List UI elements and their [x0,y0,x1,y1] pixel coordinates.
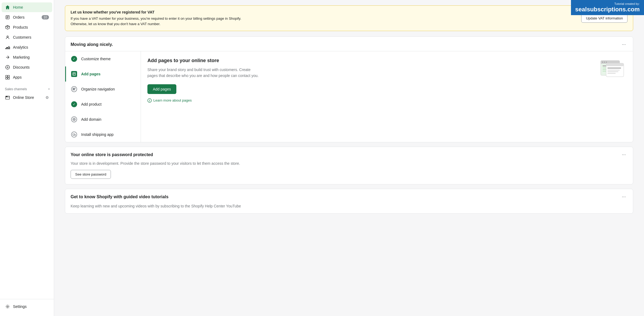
svg-rect-10 [6,78,7,79]
customers-icon [5,35,10,40]
sidebar-item-products[interactable]: Products [2,22,52,32]
svg-rect-5 [9,47,10,49]
svg-rect-2 [6,48,6,49]
discounts-icon [5,65,10,70]
vat-banner-title: Let us know whether you've registered fo… [71,10,255,14]
moving-along-more-icon[interactable]: ··· [620,41,628,48]
password-more-icon[interactable]: ··· [620,151,628,158]
step-nav-icon [70,85,78,93]
password-card-description: Your store is in development. Provide th… [71,161,628,166]
svg-rect-11 [8,78,9,79]
svg-text:i: i [149,99,150,102]
svg-point-7 [7,67,8,68]
svg-point-24 [73,135,74,136]
moving-along-header: Moving along nicely. ··· [65,37,633,51]
settings-label: Settings [13,304,49,309]
password-card: Your online store is password protected … [65,147,633,184]
analytics-icon [5,45,10,50]
step-add-product-label: Add product [81,102,102,106]
analytics-label: Analytics [13,45,49,49]
password-card-title: Your online store is password protected [71,152,153,157]
sidebar-item-apps[interactable]: Apps [2,72,52,82]
learn-more-pages-text: Learn more about pages [153,98,192,102]
sidebar-item-settings[interactable]: Settings [2,302,52,311]
step-content-description: Share your brand story and build trust w… [147,67,261,79]
svg-rect-39 [606,63,624,66]
svg-point-33 [606,62,607,63]
orders-icon [5,15,10,20]
step-add-pages-label: Add pages [81,72,101,76]
sidebar-item-analytics[interactable]: Analytics [2,42,52,52]
sidebar-item-online-store[interactable]: Online Store ⚙ [2,93,52,102]
step-content-area: Add pages to your online store Share you… [141,51,633,142]
apps-icon [5,75,10,80]
step-add-product[interactable]: ✓ Add product [65,97,141,112]
svg-point-6 [6,65,9,69]
svg-rect-40 [607,68,621,69]
online-store-label: Online Store [13,95,45,100]
sidebar: Home Orders 10 Products [0,0,54,316]
svg-point-1 [7,36,8,37]
sidebar-item-orders[interactable]: Orders 10 [2,12,52,22]
step-content-title: Add pages to your online store [147,58,593,63]
moving-along-card: Moving along nicely. ··· ✓ Customize the… [65,36,633,142]
step-install-shipping-label: Install shipping app [81,132,114,137]
svg-rect-8 [6,75,7,77]
watermark-created-by: Tutorial created by: [575,2,640,5]
tutorial-card-header: Get to know Shopify with guided video tu… [65,189,633,203]
step-organize-nav-label: Organize navigation [81,87,115,91]
step-organize-nav[interactable]: Organize navigation [65,82,141,97]
sidebar-item-discounts[interactable]: Discounts [2,62,52,72]
marketing-label: Marketing [13,55,49,59]
tutorial-card-body: Keep learning with new and upcoming vide… [65,203,633,213]
step-truck-icon [70,131,78,138]
settings-icon [5,304,10,309]
step-add-domain-label: Add domain [81,117,101,122]
svg-rect-20 [73,89,75,89]
sidebar-item-marketing[interactable]: Marketing [2,52,52,62]
sidebar-nav: Home Orders 10 Products [0,0,54,299]
svg-rect-4 [8,48,9,49]
svg-point-13 [6,96,7,97]
see-password-button[interactable]: See store password [71,170,111,179]
steps-container: ✓ Customize theme [65,51,633,142]
online-store-icon [5,95,10,100]
main-content: Let us know whether you've registered fo… [54,0,644,316]
password-card-body: Your store is in development. Provide th… [65,161,633,184]
home-icon [5,5,10,10]
products-icon [5,25,10,30]
tutorial-card: Get to know Shopify with guided video tu… [65,189,633,214]
step-content-left: Add pages to your online store Share you… [147,58,593,103]
step-install-shipping[interactable]: Install shipping app [65,127,141,142]
add-sales-channel-icon[interactable]: ＋ [47,87,51,91]
svg-point-15 [7,306,8,307]
discounts-label: Discounts [13,65,49,69]
step-add-domain[interactable]: Add domain [65,112,141,127]
sidebar-item-home[interactable]: Home [2,2,52,12]
moving-along-title: Moving along nicely. [71,42,113,47]
svg-rect-23 [73,134,75,135]
step-customize-theme[interactable]: ✓ Customize theme [65,51,141,66]
learn-more-pages-link[interactable]: i Learn more about pages [147,98,593,103]
watermark: Tutorial created by: sealsubscriptions.c… [571,0,644,15]
password-card-header: Your online store is password protected … [65,147,633,161]
products-label: Products [13,25,49,29]
sales-channels-section: Sales channels ＋ [0,82,54,92]
steps-list: ✓ Customize theme [65,51,141,142]
orders-label: Orders [13,15,42,19]
orders-badge: 10 [42,15,49,19]
sidebar-item-customers[interactable]: Customers [2,32,52,42]
svg-rect-19 [73,88,75,89]
step-add-pages[interactable]: Add pages [65,66,141,82]
svg-point-14 [7,96,7,97]
online-store-settings-icon[interactable]: ⚙ [45,95,49,100]
svg-point-31 [602,62,603,63]
step-content-image [599,58,626,79]
tutorial-more-icon[interactable]: ··· [620,193,628,200]
vat-banner: Let us know whether you've registered fo… [65,5,633,31]
step-pages-icon [70,70,78,78]
vat-banner-description: If you have a VAT number for your busine… [71,16,255,26]
add-pages-button[interactable]: Add pages [147,84,176,94]
svg-point-32 [604,62,605,63]
step-globe-icon [70,116,78,123]
